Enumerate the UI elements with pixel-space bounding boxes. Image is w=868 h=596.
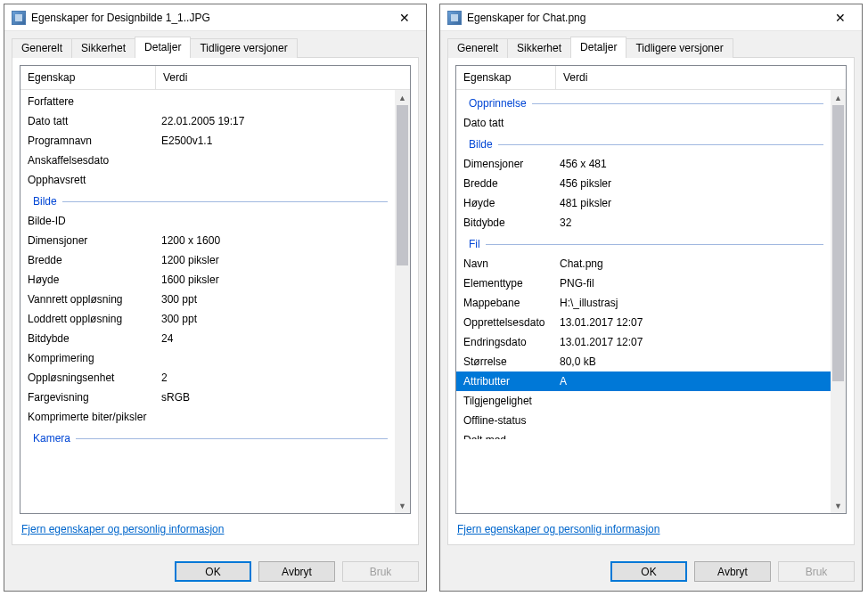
header-property[interactable]: Egenskap (456, 66, 556, 89)
row-bitdybde[interactable]: Bitdybde32 (456, 213, 831, 233)
ok-button[interactable]: OK (175, 561, 251, 582)
row-opprettelsesdato[interactable]: Opprettelsesdato13.01.2017 12:07 (456, 313, 831, 332)
row-mappebane[interactable]: MappebaneH:\_illustrasj (456, 293, 831, 313)
scroll-down-icon[interactable]: ▼ (831, 498, 846, 513)
window-title: Egenskaper for Designbilde 1_1..JPG (31, 12, 384, 24)
property-rows[interactable]: Opprinnelse Dato tatt Bilde Dimensjoner4… (456, 90, 831, 513)
apply-button: Bruk (778, 561, 855, 582)
close-icon: ✕ (399, 11, 410, 25)
close-icon: ✕ (835, 11, 846, 25)
tab-tidligere-versjoner[interactable]: Tidligere versjoner (626, 38, 733, 58)
scroll-thumb[interactable] (397, 105, 408, 265)
apply-button: Bruk (342, 561, 419, 582)
close-button[interactable]: ✕ (820, 5, 860, 30)
link-row: Fjern egenskaper og personlig informasjo… (455, 514, 847, 537)
tab-page-detaljer: Egenskap Verdi Opprinnelse Dato tatt Bil… (447, 57, 855, 545)
property-header: Egenskap Verdi (456, 66, 846, 90)
scroll-track[interactable] (831, 105, 846, 498)
property-rows[interactable]: Forfattere Dato tatt22.01.2005 19:17 Pro… (20, 90, 395, 513)
tab-bar: Generelt Sikkerhet Detaljer Tidligere ve… (447, 37, 855, 58)
dialog-body: Generelt Sikkerhet Detaljer Tidligere ve… (4, 31, 426, 552)
section-fil: Fil (456, 233, 831, 254)
row-delt-med[interactable]: Delt med (456, 430, 831, 439)
properties-dialog-2: Egenskaper for Chat.png ✕ Generelt Sikke… (439, 4, 863, 592)
row-attributter[interactable]: AttributterA (456, 371, 831, 391)
row-elementtype[interactable]: ElementtypePNG-fil (456, 274, 831, 293)
row-hoyde[interactable]: Høyde1600 piksler (20, 270, 395, 290)
titlebar[interactable]: Egenskaper for Chat.png ✕ (440, 4, 862, 31)
tab-tidligere-versjoner[interactable]: Tidligere versjoner (190, 38, 297, 58)
tab-page-detaljer: Egenskap Verdi Forfattere Dato tatt22.01… (12, 57, 419, 545)
ok-button[interactable]: OK (610, 561, 687, 582)
header-value[interactable]: Verdi (556, 66, 846, 89)
scroll-down-icon[interactable]: ▼ (395, 498, 410, 513)
cancel-button[interactable]: Avbryt (258, 561, 335, 582)
properties-dialog-1: Egenskaper for Designbilde 1_1..JPG ✕ Ge… (4, 4, 427, 592)
button-row: OK Avbryt Bruk (440, 552, 862, 591)
vertical-scrollbar[interactable]: ▲ ▼ (395, 90, 410, 513)
row-bredde[interactable]: Bredde1200 piksler (20, 250, 395, 270)
row-offline-status[interactable]: Offline-status (456, 411, 831, 430)
vertical-scrollbar[interactable]: ▲ ▼ (831, 90, 846, 513)
section-divider (532, 103, 823, 104)
cancel-button[interactable]: Avbryt (694, 561, 771, 582)
tab-detaljer[interactable]: Detaljer (135, 37, 191, 58)
property-list: Egenskap Verdi Forfattere Dato tatt22.01… (20, 65, 411, 514)
row-hoyde[interactable]: Høyde481 piksler (456, 193, 831, 213)
row-fargevisning[interactable]: FargevisningsRGB (20, 388, 395, 407)
header-value[interactable]: Verdi (156, 66, 410, 89)
row-loddrett-opplosning[interactable]: Loddrett oppløsning300 ppt (20, 309, 395, 329)
link-row: Fjern egenskaper og personlig informasjo… (20, 514, 411, 537)
section-divider (486, 244, 823, 245)
section-divider (62, 201, 388, 202)
tab-generelt[interactable]: Generelt (12, 38, 72, 58)
property-body: Forfattere Dato tatt22.01.2005 19:17 Pro… (20, 90, 410, 513)
row-programnavn[interactable]: ProgramnavnE2500v1.1 (20, 131, 395, 151)
scroll-track[interactable] (395, 105, 410, 498)
row-bilde-id[interactable]: Bilde-ID (20, 211, 395, 231)
property-body: Opprinnelse Dato tatt Bilde Dimensjoner4… (456, 90, 846, 513)
row-dimensjoner[interactable]: Dimensjoner456 x 481 (456, 154, 831, 174)
tab-sikkerhet[interactable]: Sikkerhet (71, 38, 135, 58)
section-bilde: Bilde (456, 133, 831, 154)
row-navn[interactable]: NavnChat.png (456, 254, 831, 274)
section-kamera: Kamera (20, 427, 395, 448)
row-dimensjoner[interactable]: Dimensjoner1200 x 1600 (20, 231, 395, 250)
tab-sikkerhet[interactable]: Sikkerhet (507, 38, 571, 58)
row-forfattere[interactable]: Forfattere (20, 92, 395, 111)
row-tilgjengelighet[interactable]: Tilgjengelighet (456, 391, 831, 411)
header-property[interactable]: Egenskap (20, 66, 156, 89)
row-dato-tatt[interactable]: Dato tatt (456, 113, 831, 133)
row-opplosningsenhet[interactable]: Oppløsningsenhet2 (20, 368, 395, 388)
window-title: Egenskaper for Chat.png (467, 12, 820, 24)
row-endringsdato[interactable]: Endringsdato13.01.2017 12:07 (456, 332, 831, 352)
row-opphavsrett[interactable]: Opphavsrett (20, 170, 395, 190)
tab-generelt[interactable]: Generelt (447, 38, 508, 58)
image-icon (447, 11, 462, 25)
section-bilde: Bilde (20, 190, 395, 211)
row-komprimerte-biter[interactable]: Komprimerte biter/piksler (20, 407, 395, 427)
titlebar[interactable]: Egenskaper for Designbilde 1_1..JPG ✕ (4, 4, 426, 31)
dialog-body: Generelt Sikkerhet Detaljer Tidligere ve… (440, 31, 862, 552)
row-vannrett-opplosning[interactable]: Vannrett oppløsning300 ppt (20, 290, 395, 309)
remove-properties-link[interactable]: Fjern egenskaper og personlig informasjo… (21, 523, 224, 535)
row-bitdybde[interactable]: Bitdybde24 (20, 329, 395, 348)
scroll-up-icon[interactable]: ▲ (831, 90, 846, 105)
tab-detaljer[interactable]: Detaljer (570, 37, 626, 58)
row-storrelse[interactable]: Størrelse80,0 kB (456, 352, 831, 371)
row-bredde[interactable]: Bredde456 piksler (456, 174, 831, 193)
property-header: Egenskap Verdi (20, 66, 410, 90)
button-row: OK Avbryt Bruk (4, 552, 426, 591)
section-divider (498, 144, 823, 145)
row-dato-tatt[interactable]: Dato tatt22.01.2005 19:17 (20, 111, 395, 131)
tab-bar: Generelt Sikkerhet Detaljer Tidligere ve… (12, 37, 419, 58)
image-icon (12, 11, 26, 25)
row-komprimering[interactable]: Komprimering (20, 348, 395, 368)
row-anskaffelsesdato[interactable]: Anskaffelsesdato (20, 151, 395, 170)
close-button[interactable]: ✕ (384, 5, 424, 30)
scroll-thumb[interactable] (832, 105, 844, 381)
property-list: Egenskap Verdi Opprinnelse Dato tatt Bil… (455, 65, 847, 514)
remove-properties-link[interactable]: Fjern egenskaper og personlig informasjo… (457, 523, 659, 535)
section-divider (76, 438, 388, 439)
scroll-up-icon[interactable]: ▲ (395, 90, 410, 105)
